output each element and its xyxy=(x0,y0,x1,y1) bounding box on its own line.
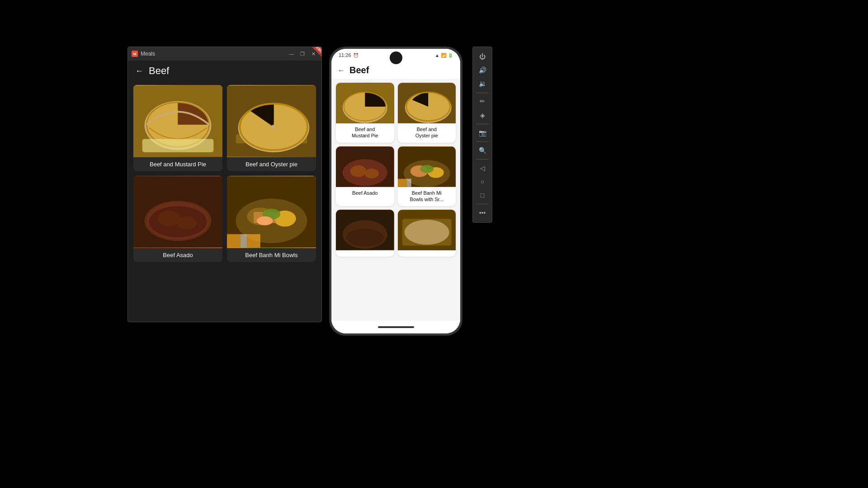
svg-rect-49 xyxy=(406,178,411,187)
phone-meal-label-beef-asado: Beef Asado xyxy=(336,187,394,200)
app-icon: M xyxy=(132,51,138,57)
more-options-button[interactable]: ••• xyxy=(475,207,490,219)
phone-meal-label-beef-oyster-pie: Beef andOyster pie xyxy=(398,123,456,143)
phone-meal-label-beef-item6 xyxy=(398,250,456,257)
volume-up-button[interactable]: 🔊 xyxy=(475,64,490,76)
meal-card-beef-mustard-pie[interactable]: Beef and Mustard Pie xyxy=(133,85,222,171)
recents-nav-button[interactable]: □ xyxy=(475,189,490,201)
phone-meal-image-beef-asado xyxy=(336,146,394,187)
side-panel: ⏻ 🔊 🔉 ✏ ◈ 📷 🔍 ◁ ○ □ ••• xyxy=(472,47,492,223)
meal-image-beef-banh-mi xyxy=(227,176,316,248)
phone-meal-label-beef-mustard-pie: Beef andMustard Pie xyxy=(336,123,394,143)
phone-device: 11:26 ⏰ ▲ 📶 🔋 ← Beef xyxy=(329,47,462,336)
divider-1 xyxy=(476,93,489,93)
meal-label-beef-asado: Beef Asado xyxy=(133,248,222,262)
meal-card-beef-banh-mi[interactable]: Beef Banh Mi Bowls xyxy=(227,176,316,262)
divider-4 xyxy=(476,159,489,160)
signal-icon: ▲ xyxy=(435,53,439,58)
zoom-button[interactable]: 🔍 xyxy=(475,144,490,156)
svg-point-18 xyxy=(149,206,207,237)
svg-rect-48 xyxy=(398,178,407,187)
phone-screen: 11:26 ⏰ ▲ 📶 🔋 ← Beef xyxy=(331,49,460,333)
scene: M Meals — ❐ ✕ DEBUG ← Beef xyxy=(0,0,868,488)
meal-image-beef-asado xyxy=(133,176,222,248)
meal-label-beef-banh-mi: Beef Banh Mi Bowls xyxy=(227,248,316,262)
back-nav-button[interactable]: ◁ xyxy=(475,162,490,174)
svg-point-40 xyxy=(364,169,379,178)
svg-point-9 xyxy=(272,125,276,129)
status-time: 11:26 xyxy=(339,52,351,58)
svg-rect-4 xyxy=(142,139,214,152)
svg-point-25 xyxy=(257,216,273,225)
phone-meal-label-beef-banh-mi: Beef Banh MiBowls with Sr... xyxy=(398,187,456,206)
divider-5 xyxy=(476,204,489,204)
window-title: Meals xyxy=(141,51,287,57)
phone-back-button[interactable]: ← xyxy=(338,66,345,75)
phone-meal-card-beef-asado[interactable]: Beef Asado xyxy=(336,146,394,206)
svg-point-39 xyxy=(350,165,367,177)
phone-nav-bar xyxy=(331,320,460,333)
phone-meal-image-beef-item6 xyxy=(398,210,456,250)
phone-content[interactable]: Beef andMustard Pie xyxy=(331,79,460,320)
home-nav-button[interactable]: ○ xyxy=(475,176,490,188)
divider-2 xyxy=(476,124,489,124)
home-indicator xyxy=(378,326,414,328)
svg-rect-27 xyxy=(241,234,247,248)
battery-icon: 🔋 xyxy=(448,53,453,58)
phone-meal-label-beef-item5 xyxy=(336,250,394,257)
phone-meal-card-beef-banh-mi[interactable]: Beef Banh MiBowls with Sr... xyxy=(398,146,456,206)
eraser-button[interactable]: ◈ xyxy=(475,109,490,121)
power-button[interactable]: ⏻ xyxy=(475,51,490,62)
phone-notch xyxy=(390,52,402,64)
window-titlebar: M Meals — ❐ ✕ xyxy=(128,47,321,61)
phone-meal-card-beef-item6[interactable] xyxy=(398,210,456,257)
desktop-window: M Meals — ❐ ✕ DEBUG ← Beef xyxy=(127,47,322,322)
meal-card-beef-asado[interactable]: Beef Asado xyxy=(133,176,222,262)
minimize-button[interactable]: — xyxy=(287,49,296,58)
phone-meal-image-beef-banh-mi xyxy=(398,146,456,187)
phone-meal-image-beef-oyster-pie xyxy=(398,83,456,123)
meal-label-beef-mustard-pie: Beef and Mustard Pie xyxy=(133,157,222,171)
meal-image-beef-oyster-pie xyxy=(227,85,316,157)
svg-rect-26 xyxy=(227,234,241,248)
phone-meal-image-beef-item5 xyxy=(336,210,394,250)
window-header: ← Beef xyxy=(128,61,321,81)
meal-label-beef-oyster-pie: Beef and Oyster pie xyxy=(227,157,316,171)
meal-image-beef-mustard-pie xyxy=(133,85,222,157)
phone-meal-card-beef-mustard-pie[interactable]: Beef andMustard Pie xyxy=(336,83,394,143)
debug-badge: DEBUG xyxy=(307,47,321,62)
svg-point-57 xyxy=(404,220,449,244)
status-alarm-icon: ⏰ xyxy=(353,53,359,58)
phone-meal-image-beef-mustard-pie xyxy=(336,83,394,123)
back-button[interactable]: ← xyxy=(135,66,143,76)
meals-grid: Beef and Mustard Pie xyxy=(133,85,316,262)
phone-meal-card-beef-item5[interactable] xyxy=(336,210,394,257)
meal-card-beef-oyster-pie[interactable]: Beef and Oyster pie xyxy=(227,85,316,171)
page-title: Beef xyxy=(149,65,169,77)
wifi-icon: 📶 xyxy=(441,53,446,58)
svg-rect-28 xyxy=(247,234,260,248)
phone-meal-card-beef-oyster-pie[interactable]: Beef andOyster pie xyxy=(398,83,456,143)
pen-button[interactable]: ✏ xyxy=(475,95,490,107)
svg-point-54 xyxy=(346,229,384,247)
phone-page-title: Beef xyxy=(349,65,369,75)
window-content[interactable]: Beef and Mustard Pie xyxy=(128,81,321,322)
divider-3 xyxy=(476,141,489,142)
svg-point-47 xyxy=(420,165,434,173)
phone-meals-grid: Beef andMustard Pie xyxy=(336,83,456,257)
camera-button[interactable]: 📷 xyxy=(475,127,490,138)
volume-down-button[interactable]: 🔉 xyxy=(475,78,490,89)
